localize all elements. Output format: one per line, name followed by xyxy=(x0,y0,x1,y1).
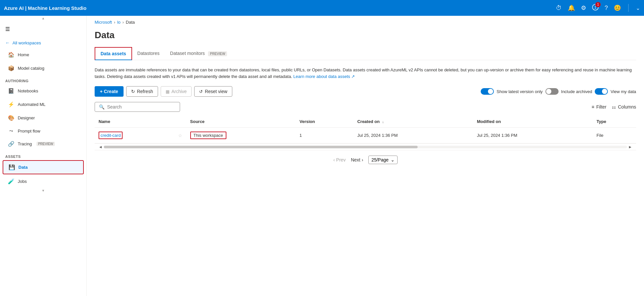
sidebar-item-tracing-label: Tracing xyxy=(18,141,32,146)
star-icon[interactable]: ☆ xyxy=(178,133,182,138)
toolbar: + Create ↻ Refresh ▦ Archive ↺ Reset vie… xyxy=(95,86,636,97)
sidebar-item-tracing[interactable]: 🔗 Tracing PREVIEW xyxy=(3,137,84,150)
table-cell-modified-on: Jul 25, 2024 1:36 PM xyxy=(473,128,593,143)
table-cell-version: 1 xyxy=(296,128,354,143)
sidebar-item-designer[interactable]: 🎨 Designer xyxy=(3,111,84,124)
view-my-data-toggle[interactable] xyxy=(595,88,608,95)
page-content: Data Data assets Datastores Dataset moni… xyxy=(87,27,644,296)
col-header-created-on: Created on ↓ xyxy=(353,116,473,128)
show-latest-toggle-group: Show latest version only xyxy=(481,88,542,95)
col-header-name: Name xyxy=(95,116,174,128)
jobs-icon: 🧪 xyxy=(8,178,14,185)
page-size-select[interactable]: 25/Page ⌄ xyxy=(368,156,397,164)
table-cell-created-on: Jul 25, 2024 1:36 PM xyxy=(353,128,473,143)
sidebar-item-jobs-label: Jobs xyxy=(18,179,27,184)
filter-button[interactable]: ≡ Filter xyxy=(591,104,606,110)
pagination: ‹ Prev Next › 25/Page ⌄ xyxy=(95,150,636,169)
all-workspaces-back[interactable]: ← All workspaces xyxy=(0,37,86,48)
help-icon[interactable]: ? xyxy=(605,5,608,12)
credit-card-link[interactable]: credit-card xyxy=(99,132,123,139)
columns-button[interactable]: ⚏ Columns xyxy=(612,104,636,110)
columns-icon: ⚏ xyxy=(612,104,616,110)
notification-icon[interactable]: 1 1 xyxy=(592,4,599,12)
topbar-chevron-icon[interactable]: ⌄ xyxy=(636,5,640,11)
designer-icon: 🎨 xyxy=(8,115,14,121)
refresh-icon: ↻ xyxy=(131,89,135,94)
search-input[interactable] xyxy=(107,104,176,110)
archive-button[interactable]: ▦ Archive xyxy=(161,86,192,97)
sidebar: ▲ ☰ ← All workspaces 🏠 Home 📦 Model cata… xyxy=(0,16,87,296)
breadcrumb-microsoft[interactable]: Microsoft xyxy=(95,20,112,25)
refresh-button[interactable]: ↻ Refresh xyxy=(126,86,158,97)
breadcrumb-sep-2: › xyxy=(123,20,124,25)
table-header: Name Source Version Created on ↓ xyxy=(95,116,636,128)
content-area: Microsoft › lo › Data Data Data assets D… xyxy=(87,16,644,296)
hscroll-right-arrow[interactable]: ► xyxy=(627,145,633,149)
horizontal-scrollbar[interactable]: ◄ ► xyxy=(95,143,636,150)
bell-icon[interactable]: 🔔 xyxy=(568,4,575,12)
sidebar-item-prompt-flow[interactable]: ⤳ Prompt flow xyxy=(3,125,84,137)
include-archived-toggle-knob xyxy=(546,89,551,94)
prev-button[interactable]: ‹ Prev xyxy=(333,157,345,162)
reset-view-button[interactable]: ↺ Reset view xyxy=(194,86,232,97)
create-button[interactable]: + Create xyxy=(95,86,124,97)
account-icon[interactable]: 😊 xyxy=(614,4,621,12)
view-my-data-toggle-knob xyxy=(602,89,607,94)
hscroll-left-arrow[interactable]: ◄ xyxy=(97,145,104,149)
next-button[interactable]: Next › xyxy=(351,157,363,162)
sidebar-item-automated-ml-label: Automated ML xyxy=(18,102,46,107)
home-icon: 🏠 xyxy=(8,52,14,58)
prompt-flow-icon: ⤳ xyxy=(8,128,14,134)
notification-badge: 1 xyxy=(595,2,601,7)
prev-arrow-icon: ‹ xyxy=(333,157,335,162)
col-header-type: Type xyxy=(593,116,636,128)
sidebar-assets-section: Assets xyxy=(0,151,86,160)
sidebar-item-home[interactable]: 🏠 Home xyxy=(3,48,84,61)
search-icon: 🔍 xyxy=(99,104,104,110)
sidebar-scroll-down[interactable]: ▼ xyxy=(0,188,86,193)
col-header-modified-on: Modified on xyxy=(473,116,593,128)
settings-icon[interactable]: ⚙ xyxy=(581,4,586,12)
data-icon: 💾 xyxy=(9,164,15,170)
reset-icon: ↺ xyxy=(199,89,203,94)
hscroll-thumb[interactable] xyxy=(104,146,418,148)
tab-data-assets[interactable]: Data assets xyxy=(95,47,132,60)
table-cell-type: File xyxy=(593,128,636,143)
topbar-icons: ⏱ 🔔 ⚙ 1 1 ? 😊 ⌄ xyxy=(556,4,640,12)
sidebar-item-automated-ml[interactable]: ⚡ Automated ML xyxy=(3,98,84,111)
table-cell-name: credit-card xyxy=(95,128,174,143)
sidebar-authoring-section: Authoring xyxy=(0,75,86,84)
sidebar-item-jobs[interactable]: 🧪 Jobs xyxy=(3,175,84,188)
col-header-version: Version xyxy=(296,116,354,128)
sidebar-item-data[interactable]: 💾 Data xyxy=(3,160,84,174)
include-archived-toggle[interactable] xyxy=(545,88,559,95)
table-cell-source: This workspace xyxy=(186,128,296,143)
sidebar-item-data-label: Data xyxy=(18,165,28,170)
show-latest-label: Show latest version only xyxy=(496,89,542,94)
sidebar-item-notebooks[interactable]: 📓 Notebooks xyxy=(3,85,84,97)
topbar-divider xyxy=(628,4,629,12)
topbar: Azure AI | Machine Learning Studio ⏱ 🔔 ⚙… xyxy=(0,0,644,16)
search-box[interactable]: 🔍 xyxy=(95,102,180,112)
main-layout: ▲ ☰ ← All workspaces 🏠 Home 📦 Model cata… xyxy=(0,16,644,296)
page-size-chevron-icon: ⌄ xyxy=(391,157,395,162)
hamburger-icon[interactable]: ☰ xyxy=(0,21,86,37)
sidebar-item-model-catalog[interactable]: 📦 Model catalog xyxy=(3,62,84,75)
filter-columns-group: ≡ Filter ⚏ Columns xyxy=(591,104,636,110)
breadcrumb-workspace[interactable]: lo xyxy=(117,20,121,25)
sidebar-item-model-catalog-label: Model catalog xyxy=(18,66,44,71)
sidebar-scroll-up[interactable]: ▲ xyxy=(0,16,86,21)
dataset-monitors-preview-badge: PREVIEW xyxy=(208,51,227,56)
learn-more-link[interactable]: Learn more about data assets ↗ xyxy=(293,74,355,79)
hscroll-track xyxy=(104,146,627,148)
notebooks-icon: 📓 xyxy=(8,88,14,94)
history-icon[interactable]: ⏱ xyxy=(556,5,562,12)
tab-dataset-monitors[interactable]: Dataset monitors PREVIEW xyxy=(165,47,233,60)
show-latest-toggle-knob xyxy=(488,89,493,94)
data-table: Name Source Version Created on ↓ xyxy=(95,116,636,143)
tab-datastores[interactable]: Datastores xyxy=(132,47,165,60)
show-latest-toggle[interactable] xyxy=(481,88,494,95)
created-on-sort-icon: ↓ xyxy=(382,120,384,124)
app-title: Azure AI | Machine Learning Studio xyxy=(4,5,556,11)
include-archived-toggle-group: Include archived xyxy=(545,88,592,95)
